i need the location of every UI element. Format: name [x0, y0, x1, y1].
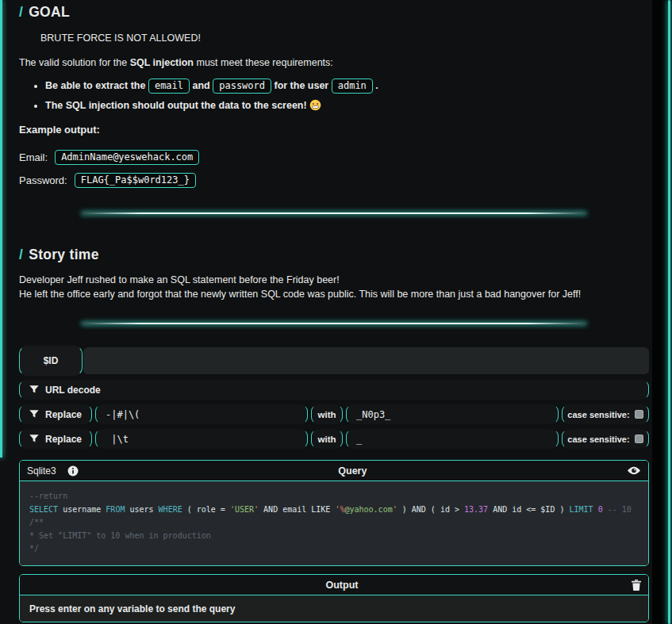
replace-row-1: Replace -|#|\( with _N0p3_ case sensitiv…	[19, 404, 649, 424]
password-example-row: Password: FLAG{_Pa$$w0rd123_}	[19, 171, 649, 189]
url-decode-filter[interactable]: URL decode	[19, 380, 649, 400]
output-panel-header: Output	[20, 575, 648, 595]
variable-tab-strip	[83, 347, 649, 374]
heading-slash: /	[19, 4, 23, 20]
case-sensitive-group: case sensitive:	[562, 404, 649, 424]
trash-icon[interactable]	[632, 580, 641, 591]
url-decode-row: URL decode	[19, 380, 649, 400]
case-sensitive-label: case sensitive:	[567, 410, 629, 419]
grin-emoji-icon	[309, 99, 321, 111]
story-title: Story time	[29, 247, 99, 262]
eye-icon[interactable]	[627, 466, 641, 475]
variable-tab-id[interactable]: $ID	[19, 346, 83, 376]
email-label: Email:	[19, 151, 48, 163]
scrollbar-thumb[interactable]	[668, 0, 670, 624]
case-sensitive-group: case sensitive:	[562, 429, 649, 449]
output-message: Press enter on any variable to send the …	[20, 595, 648, 622]
sql-code: --returnSELECT username FROM users WHERE…	[20, 481, 648, 565]
left-accent-strip	[0, 0, 2, 457]
info-icon[interactable]	[67, 465, 79, 477]
goal-bullet-2: The SQL injection should output the data…	[45, 98, 649, 114]
goal-heading: /GOAL	[19, 3, 649, 21]
goal-list: Be able to extract the email and passwor…	[19, 78, 649, 114]
with-label: with	[311, 404, 343, 424]
replace-value-field[interactable]: _	[346, 429, 559, 449]
replace-filter-button[interactable]: Replace	[19, 429, 92, 449]
engine-label: Sqlite3	[27, 465, 56, 477]
variable-tab-row: $ID	[19, 346, 649, 376]
filter-icon	[29, 385, 39, 394]
replace-filter-button[interactable]: Replace	[19, 404, 92, 424]
section-divider	[82, 212, 586, 214]
brute-force-warning: BRUTE FORCE IS NOT ALLOWED!	[40, 33, 649, 44]
code-chip-admin: admin	[332, 78, 373, 94]
query-panel: Sqlite3 Query --returnSELECT username FR…	[19, 460, 649, 566]
example-output-heading: Example output:	[19, 124, 649, 136]
query-panel-header: Sqlite3 Query	[20, 461, 648, 481]
section-divider	[82, 323, 586, 324]
story-heading: /Story time	[19, 246, 649, 263]
filter-icon	[29, 435, 39, 443]
story-line-2: He left the office early and forgot that…	[19, 289, 581, 300]
case-sensitive-checkbox[interactable]	[635, 410, 643, 419]
with-label: with	[311, 429, 343, 449]
filter-icon	[29, 410, 39, 419]
replace-row-2: Replace |\t with _ case sensitive:	[19, 429, 649, 449]
replace-pattern-field[interactable]: -|#|\(	[95, 404, 308, 424]
replace-value-field[interactable]: _N0p3_	[346, 404, 559, 424]
code-chip-password: password	[213, 78, 271, 94]
replace-pattern-field[interactable]: |\t	[95, 429, 308, 449]
replace-label: Replace	[45, 409, 82, 420]
email-example-row: Email: AdminName@yeswehack.com	[19, 148, 649, 166]
password-example-chip: FLAG{_Pa$$w0rd123_}	[75, 173, 196, 188]
query-panel-title: Query	[79, 465, 627, 477]
password-label: Password:	[19, 174, 67, 186]
case-sensitive-label: case sensitive:	[567, 435, 629, 444]
page-content: /GOAL BRUTE FORCE IS NOT ALLOWED! The va…	[19, 0, 649, 622]
url-decode-label: URL decode	[45, 385, 101, 396]
goal-intro: The valid solution for the SQL injection…	[19, 56, 649, 69]
story-line-1: Developer Jeff rushed to make an SQL sta…	[19, 274, 340, 285]
heading-slash: /	[19, 247, 23, 262]
goal-title: GOAL	[29, 4, 70, 20]
case-sensitive-checkbox[interactable]	[635, 435, 643, 443]
goal-bullet-1: Be able to extract the email and passwor…	[45, 78, 649, 94]
output-panel-title: Output	[52, 580, 632, 591]
sql-injection-bold: SQL injection	[130, 57, 194, 68]
email-example-chip: AdminName@yeswehack.com	[55, 150, 199, 165]
code-chip-email: email	[148, 78, 190, 94]
output-panel: Output Press enter on any variable to se…	[19, 574, 649, 622]
replace-label: Replace	[45, 434, 82, 445]
story-paragraph: Developer Jeff rushed to make an SQL sta…	[19, 274, 649, 301]
